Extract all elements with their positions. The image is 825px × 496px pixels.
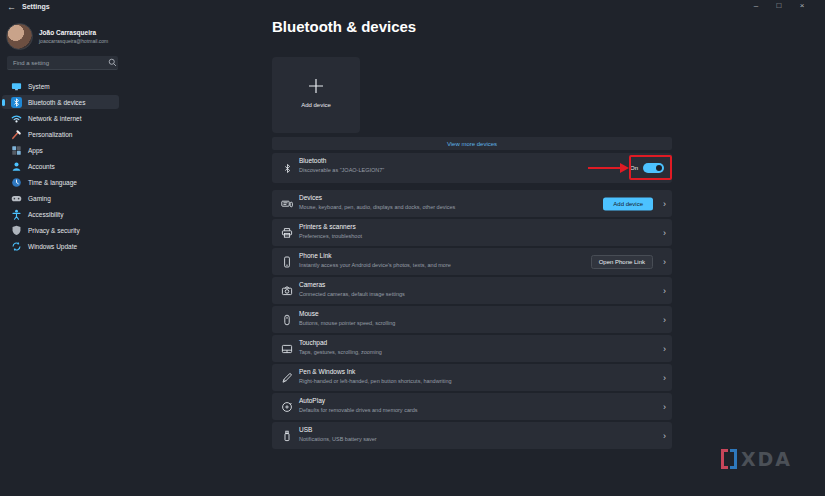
row-subtitle: Discoverable as "JOAO-LEGION7" [299, 167, 384, 173]
view-more-devices-bar[interactable]: View more devices [272, 137, 672, 150]
row-title: Mouse [299, 310, 395, 317]
row-title: Touchpad [299, 339, 382, 346]
open-phone-link-button[interactable]: Open Phone Link [591, 255, 653, 269]
row-title: Printers & scanners [299, 223, 362, 230]
sidebar-item-label: Gaming [28, 195, 51, 202]
xda-bracket-left-icon [721, 449, 728, 469]
search-input[interactable] [7, 60, 106, 66]
sidebar-item-label: System [28, 83, 50, 90]
window-title: Settings [22, 3, 50, 10]
add-device-tile-label: Add device [301, 102, 331, 108]
sidebar-item-accessibility[interactable]: Accessibility [2, 207, 119, 221]
chevron-right-icon: › [663, 402, 666, 412]
sidebar-item-label: Bluetooth & devices [28, 99, 85, 106]
close-button[interactable]: × [797, 1, 807, 10]
profile-name: João Carrasqueira [39, 29, 108, 36]
devices-icon [281, 198, 293, 210]
add-device-button[interactable]: Add device [603, 197, 653, 210]
row-subtitle: Defaults for removable drives and memory… [299, 407, 418, 413]
titlebar: ← Settings – □ × [0, 0, 825, 16]
page-title: Bluetooth & devices [272, 18, 416, 35]
row-title: Bluetooth [299, 157, 384, 164]
sidebar-item-network-internet[interactable]: Network & internet [2, 111, 119, 125]
add-device-tile[interactable]: Add device [272, 57, 360, 133]
view-more-devices-link[interactable]: View more devices [447, 141, 497, 147]
profile-email: joaocarrasqueira@hotmail.com [39, 38, 108, 44]
sidebar-item-label: Accounts [28, 163, 55, 170]
row-subtitle: Mouse, keyboard, pen, audio, displays an… [299, 204, 455, 210]
row-title: Cameras [299, 281, 405, 288]
touchpad-icon [281, 343, 293, 355]
sidebar-item-label: Apps [28, 147, 43, 154]
row-subtitle: Notifications, USB battery saver [299, 436, 377, 442]
sidebar-item-bluetooth-devices[interactable]: Bluetooth & devices [2, 95, 119, 109]
settings-row-autoplay[interactable]: AutoPlay Defaults for removable drives a… [272, 393, 672, 420]
profile-card: João Carrasqueira joaocarrasqueira@hotma… [6, 23, 108, 50]
sidebar-item-label: Accessibility [28, 211, 63, 218]
xda-bracket-right-icon [730, 449, 737, 469]
xda-watermark: XDA [721, 448, 792, 470]
bluetooth-glyph-icon [281, 162, 293, 174]
chevron-right-icon: › [663, 228, 666, 238]
minimize-button[interactable]: – [751, 1, 761, 10]
sidebar-item-time-language[interactable]: Time & language [2, 175, 119, 189]
settings-row-phone-link[interactable]: Phone Link Instantly access your Android… [272, 248, 672, 275]
sidebar-item-personalization[interactable]: Personalization [2, 127, 119, 141]
windows-update-icon [10, 240, 22, 252]
annotation-arrow-line [588, 167, 622, 169]
printer-icon [281, 227, 293, 239]
row-subtitle: Right-handed or left-handed, pen button … [299, 378, 452, 384]
chevron-right-icon: › [663, 344, 666, 354]
avatar [6, 23, 33, 50]
row-title: Pen & Windows Ink [299, 368, 452, 375]
autoplay-icon [281, 401, 293, 413]
settings-rows: Devices Mouse, keyboard, pen, audio, dis… [272, 190, 672, 449]
row-title: Phone Link [299, 252, 451, 259]
row-title: USB [299, 426, 377, 433]
sidebar-item-label: Network & internet [28, 115, 81, 122]
chevron-right-icon: › [663, 257, 666, 267]
settings-row-usb[interactable]: USB Notifications, USB battery saver › [272, 422, 672, 449]
sidebar-item-label: Time & language [28, 179, 77, 186]
chevron-right-icon: › [663, 431, 666, 441]
system-icon [10, 80, 22, 92]
chevron-right-icon: › [663, 373, 666, 383]
camera-icon [281, 285, 293, 297]
settings-row-pen-windows-ink[interactable]: Pen & Windows Ink Right-handed or left-h… [272, 364, 672, 391]
settings-row-printers-scanners[interactable]: Printers & scanners Preferences, trouble… [272, 219, 672, 246]
usb-icon [281, 430, 293, 442]
mouse-icon [281, 314, 293, 326]
plus-icon [307, 77, 325, 95]
sidebar-item-privacy-security[interactable]: Privacy & security [2, 223, 119, 237]
pen-icon [281, 372, 293, 384]
sidebar-item-gaming[interactable]: Gaming [2, 191, 119, 205]
accounts-icon [10, 160, 22, 172]
network-icon [10, 112, 22, 124]
search-box[interactable] [7, 56, 118, 70]
sidebar-item-windows-update[interactable]: Windows Update [2, 239, 119, 253]
chevron-right-icon: › [663, 286, 666, 296]
sidebar-item-label: Privacy & security [28, 227, 80, 234]
xda-logo-text: XDA [741, 448, 792, 470]
row-title: Devices [299, 194, 455, 201]
apps-icon [10, 144, 22, 156]
gaming-icon [10, 192, 22, 204]
settings-row-mouse[interactable]: Mouse Buttons, mouse pointer speed, scro… [272, 306, 672, 333]
sidebar-item-apps[interactable]: Apps [2, 143, 119, 157]
sidebar-item-accounts[interactable]: Accounts [2, 159, 119, 173]
sidebar-item-label: Windows Update [28, 243, 77, 250]
sidebar-item-system[interactable]: System [2, 79, 119, 93]
row-subtitle: Connected cameras, default image setting… [299, 291, 405, 297]
maximize-button[interactable]: □ [774, 1, 784, 10]
row-subtitle: Instantly access your Android device's p… [299, 262, 451, 268]
settings-row-devices[interactable]: Devices Mouse, keyboard, pen, audio, dis… [272, 190, 672, 217]
settings-row-touchpad[interactable]: Touchpad Taps, gestures, scrolling, zoom… [272, 335, 672, 362]
settings-row-cameras[interactable]: Cameras Connected cameras, default image… [272, 277, 672, 304]
row-subtitle: Preferences, troubleshoot [299, 233, 362, 239]
bluetooth-icon [10, 96, 22, 108]
chevron-right-icon: › [663, 199, 666, 209]
sidebar-nav: System Bluetooth & devices Network & int… [2, 79, 119, 253]
row-title: AutoPlay [299, 397, 418, 404]
chevron-right-icon: › [663, 315, 666, 325]
back-button[interactable]: ← [7, 2, 16, 12]
